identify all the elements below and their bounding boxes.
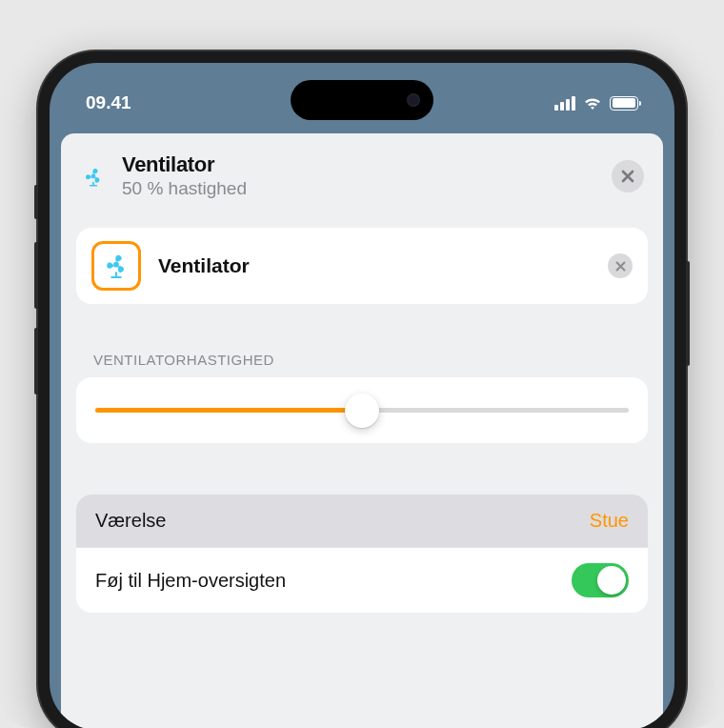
add-to-home-toggle[interactable] (572, 563, 629, 597)
header-text: Ventilator 50 % hastighed (122, 152, 596, 199)
phone-frame: 09.41 (38, 51, 686, 728)
cellular-signal-icon (554, 96, 575, 111)
silent-switch (34, 185, 38, 219)
fan-icon (101, 251, 131, 281)
status-indicators (554, 96, 638, 111)
add-to-home-label: Føj til Hjem-oversigten (95, 570, 286, 592)
room-row[interactable]: Værelse Stue (76, 495, 648, 548)
front-camera (407, 93, 420, 107)
room-value: Stue (590, 510, 629, 532)
fan-icon (80, 163, 107, 190)
slider-fill (95, 408, 362, 413)
close-button[interactable] (612, 160, 644, 192)
accessory-name: Ventilator (158, 254, 591, 277)
svg-point-0 (91, 173, 96, 178)
accessory-card[interactable]: Ventilator (76, 228, 648, 304)
settings-list: Værelse Stue Føj til Hjem-oversigten (76, 495, 648, 613)
wifi-icon (583, 96, 602, 111)
svg-point-1 (113, 262, 119, 268)
slider-thumb[interactable] (345, 394, 379, 428)
volume-down-button (34, 328, 38, 394)
speed-slider[interactable] (95, 408, 629, 413)
toggle-knob (597, 566, 626, 595)
add-to-home-row: Føj til Hjem-oversigten (76, 548, 648, 613)
status-time: 09.41 (86, 92, 131, 113)
sheet-header: Ventilator 50 % hastighed (61, 133, 663, 220)
accessory-sheet: Ventilator 50 % hastighed (61, 133, 663, 728)
speed-section-label: VENTILATORHASTIGHED (93, 352, 631, 368)
volume-up-button (34, 242, 38, 309)
dynamic-island (291, 80, 433, 120)
speed-slider-card (76, 377, 648, 443)
close-icon (621, 170, 634, 183)
accessory-icon-selected (91, 241, 141, 291)
accessory-title: Ventilator (122, 152, 596, 177)
close-icon (615, 261, 626, 272)
accessory-status: 50 % hastighed (122, 178, 596, 199)
room-label: Værelse (95, 510, 166, 532)
battery-icon (610, 96, 638, 111)
remove-accessory-button[interactable] (608, 253, 633, 278)
power-button (686, 261, 690, 366)
screen: 09.41 (50, 63, 674, 728)
